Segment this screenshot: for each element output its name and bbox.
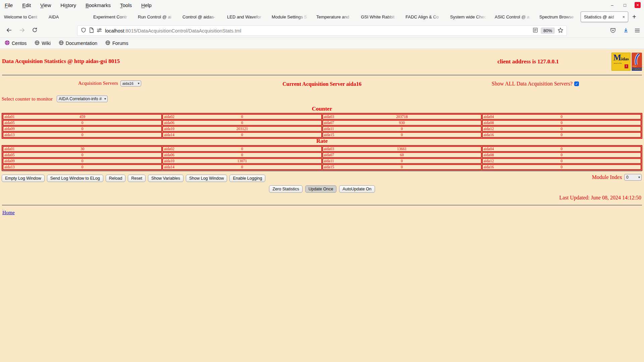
page-title: Data Acquisition Statistics @ http aidas… [2,58,120,65]
tab-system-wide-chec[interactable]: System wide Chec [447,11,491,22]
site-permissions-icon[interactable] [97,28,102,34]
page-info-icon[interactable] [89,27,94,34]
server-row: Acquisition Servers aida16 Current Acqui… [0,80,644,89]
zoom-level-badge[interactable]: 80% [541,27,555,34]
divider [2,75,642,75]
stat-name: aida14 [164,133,174,137]
stat-value: 13661 [324,147,480,151]
download-icon[interactable] [623,27,629,34]
stat-value: 0 [164,115,320,119]
bookmark-label: Documentation [66,41,97,46]
url-input[interactable]: localhost:8015/DataAcquisitionControl/Da… [105,28,530,34]
tab-led-and-wavefor[interactable]: LED and Wavefor [224,11,268,22]
minimize-button[interactable]: – [609,2,615,8]
show-all-checkbox[interactable]: ✓ [574,81,579,86]
menu-tools[interactable]: Tools [120,2,132,8]
button-send-log-window-to-elog[interactable]: Send Log Window to ELog [47,175,103,182]
button-empty-log-window[interactable]: Empty Log Window [2,175,45,182]
tab-module-settings-s[interactable]: Module Settings S [268,11,313,22]
button-update-once[interactable]: Update Once [305,185,337,193]
rate-cell: aida0760 [322,152,482,158]
button-zero-statistics[interactable]: Zero Statistics [269,185,302,193]
stat-name: aida11 [324,127,334,131]
hamburger-menu-icon[interactable] [635,28,640,34]
tab-gsi-white-rabbit[interactable]: GSI White Rabbit [358,11,402,22]
stat-name: aida03 [324,147,334,151]
rate-cell: aida090 [3,158,162,164]
menu-help[interactable]: Help [141,2,152,8]
button-autoupdate-on[interactable]: AutoUpdate On [339,185,375,193]
bookmark-centos[interactable]: Centos [5,40,26,46]
tab-run-control-ai[interactable]: Run Control @ ai [135,11,179,22]
pocket-icon[interactable] [610,27,616,35]
counter-cell: aida120 [482,126,641,132]
button-show-variables[interactable]: Show Variables [148,175,183,182]
menu-items: FileEditViewHistoryBookmarksToolsHelp [0,2,152,8]
globe-icon [59,40,64,46]
stat-name: aida14 [164,165,174,169]
bookmark-star-icon[interactable] [558,27,563,34]
maximize-button[interactable]: □ [622,2,628,8]
menu-edit[interactable]: Edit [22,2,31,8]
tab-label: Control @ aidas- [182,14,220,19]
tab-welcome-to-cent[interactable]: Welcome to Cent [1,11,45,22]
menu-file[interactable]: File [5,2,13,8]
tab-aida[interactable]: AIDA [45,11,90,22]
button-reset[interactable]: Reset [128,175,146,182]
tab-spectrum-browse[interactable]: Spectrum Browse [536,11,581,22]
button-reload[interactable]: Reload [106,175,126,182]
tab-asic-control-a[interactable]: ASIC Control @ a [491,11,536,22]
close-button[interactable]: × [635,2,641,8]
module-index-label: Module Index [592,174,622,180]
rate-row: aida050aida060aida0760aida080 [3,152,641,158]
tab-experiment-contr[interactable]: Experiment Contr [90,11,135,22]
counter-table: aida01459aida020aida03203718aida040aida0… [2,113,642,139]
reload-icon[interactable] [32,27,38,34]
stat-name: aida02 [164,115,174,119]
counter-cell: aida110 [322,126,482,132]
menu-bookmarks[interactable]: Bookmarks [86,2,111,8]
home-link[interactable]: Home [2,210,15,216]
page-body: Data Acquisition Statistics @ http aidas… [0,49,644,362]
stat-name: aida11 [324,159,334,163]
tab-control-aidas[interactable]: Control @ aidas- [179,11,224,22]
action-buttons-row: Zero StatisticsUpdate OnceAutoUpdate On [0,185,644,193]
bookmark-documentation[interactable]: Documentation [59,40,97,46]
tab-label: LED and Wavefor [227,14,265,19]
button-show-log-window[interactable]: Show Log Window [186,175,227,182]
url-bar[interactable]: localhost:8015/DataAcquisitionControl/Da… [77,25,567,36]
menu-view[interactable]: View [40,2,51,8]
back-icon[interactable] [6,27,12,34]
counter-cell: aida10203121 [162,126,322,132]
tab-label: GSI White Rabbit [361,14,399,19]
midas-logo[interactable]: Midas powered by f [611,53,631,71]
module-index-select[interactable]: 0 [624,174,642,181]
tcl-tk-logo[interactable]: TCL/ POWERED [632,53,642,71]
button-enable-logging[interactable]: Enable Logging [229,175,265,182]
stat-name: aida09 [4,127,15,131]
new-tab-button[interactable]: + [628,13,640,21]
bookmark-forums[interactable]: Forums [105,40,128,46]
tab-statistics-aid[interactable]: Statistics @ aid× [581,11,628,22]
tab-temperature-and[interactable]: Temperature and [313,11,358,22]
stat-name: aida01 [4,147,15,151]
stat-value: 0 [4,121,161,125]
browser-window: FileEditViewHistoryBookmarksToolsHelp – … [0,0,644,362]
tab-fadc-align-co[interactable]: FADC Align & Co [402,11,447,22]
counter-monitor-select[interactable]: AIDA Correlation-info #8 [57,96,108,102]
bookmark-wiki[interactable]: Wiki [35,40,50,46]
counter-cell: aida090 [3,126,162,132]
stat-name: aida15 [324,133,334,137]
reader-mode-icon[interactable] [533,27,538,34]
bookmark-label: Centos [12,41,26,46]
tracking-shield-icon[interactable] [81,27,86,34]
tab-label: Temperature and [316,14,354,19]
stat-name: aida12 [484,127,494,131]
tab-label: Statistics @ aid [584,14,621,19]
menu-history[interactable]: History [60,2,76,8]
close-tab-icon[interactable]: × [622,14,625,19]
client-address: client address is 127.0.0.1 [497,58,559,65]
bookmark-label: Wiki [42,41,50,46]
stat-value: 0 [483,121,640,125]
forward-icon[interactable] [19,27,25,34]
